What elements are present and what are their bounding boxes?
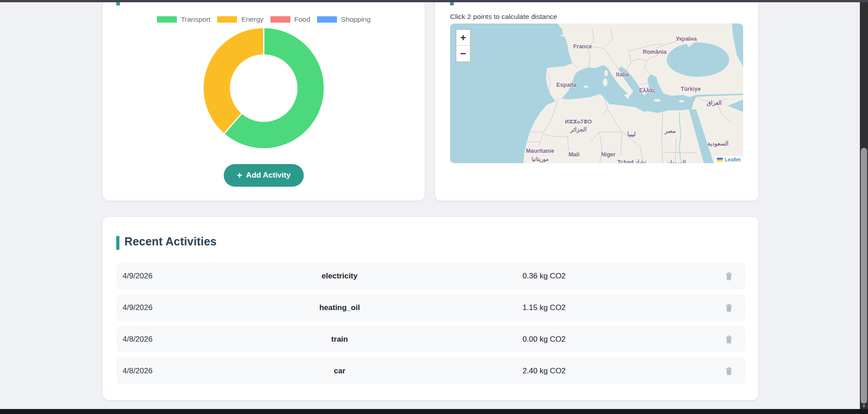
activity-co2: 0.36 kg CO2 <box>437 272 651 281</box>
legend-label: Shopping <box>341 15 371 24</box>
legend-item-transport[interactable]: Transport <box>157 15 211 24</box>
ukraine-flag-icon <box>717 158 723 162</box>
recent-activities-heading: Recent Activities <box>124 235 217 248</box>
legend-item-energy[interactable]: Energy <box>217 15 263 24</box>
activity-date: 4/8/2026 <box>116 367 242 376</box>
legend-swatch <box>270 16 290 23</box>
activity-name: electricity <box>242 272 437 281</box>
activity-date: 4/9/2026 <box>116 303 242 312</box>
leaflet-attribution[interactable]: Leaflet <box>715 156 743 163</box>
activity-co2: 0.00 kg CO2 <box>437 335 651 344</box>
activity-date: 4/9/2026 <box>116 272 242 281</box>
emissions-summary-card: TransportEnergyFoodShopping + Add Activi… <box>103 2 425 201</box>
recent-activities-card: Recent Activities 4/9/2026electricity0.3… <box>103 217 759 400</box>
activity-co2: 2.40 kg CO2 <box>437 367 651 376</box>
activity-row: 4/8/2026car2.40 kg CO2 <box>116 358 745 384</box>
legend-label: Transport <box>181 15 211 24</box>
delete-activity-button[interactable] <box>724 334 734 344</box>
activity-name: train <box>242 335 437 344</box>
activity-date: 4/8/2026 <box>116 335 242 344</box>
activity-row: 4/9/2026electricity0.36 kg CO2 <box>116 263 745 289</box>
legend-swatch <box>217 16 237 23</box>
scrollbar-thumb[interactable] <box>861 148 867 404</box>
add-activity-button[interactable]: + Add Activity <box>224 164 304 187</box>
map-zoom-control: + − <box>455 29 471 62</box>
leaflet-link[interactable]: Leaflet <box>725 157 740 162</box>
activity-co2: 1.15 kg CO2 <box>437 303 651 312</box>
scrollbar-track[interactable]: ▼ <box>860 2 868 409</box>
legend-item-shopping[interactable]: Shopping <box>317 15 371 24</box>
delete-activity-button[interactable] <box>724 303 734 313</box>
legend-swatch <box>157 16 177 23</box>
activity-row: 4/8/2026train0.00 kg CO2 <box>116 326 745 353</box>
delete-activity-button[interactable] <box>724 271 734 281</box>
add-activity-label: Add Activity <box>246 171 291 180</box>
legend-label: Food <box>294 15 310 24</box>
plus-icon: + <box>237 170 242 180</box>
emissions-doughnut-chart[interactable] <box>202 27 325 150</box>
trash-icon <box>725 367 733 375</box>
heading-accent-bar <box>116 236 119 250</box>
trash-icon <box>725 272 733 280</box>
delete-activity-button[interactable] <box>724 366 734 376</box>
card-title-accent-cropped <box>450 2 454 5</box>
activity-name: car <box>242 367 437 376</box>
zoom-in-button[interactable]: + <box>456 30 470 46</box>
trash-icon <box>725 335 733 343</box>
activities-list: 4/9/2026electricity0.36 kg CO24/9/2026he… <box>116 263 745 389</box>
map-tiles <box>450 24 743 163</box>
chart-legend: TransportEnergyFoodShopping <box>103 15 425 24</box>
zoom-out-button[interactable]: − <box>456 46 470 61</box>
legend-swatch <box>317 16 337 23</box>
activity-row: 4/9/2026heating_oil1.15 kg CO2 <box>116 294 745 321</box>
leaflet-map[interactable]: FranceУкраїнаRomâniaItaliaEspañaΕλλάςTür… <box>450 24 743 163</box>
window-top-bar <box>0 0 868 2</box>
trash-icon <box>725 304 733 312</box>
legend-item-food[interactable]: Food <box>270 15 310 24</box>
activity-name: heating_oil <box>242 303 437 312</box>
legend-label: Energy <box>241 15 263 24</box>
doughnut-segment-energy[interactable] <box>203 28 264 134</box>
map-instruction-text: Click 2 points to calculate distance <box>450 13 557 21</box>
card-title-accent-cropped <box>116 2 120 5</box>
window-bottom-bar <box>0 409 868 414</box>
distance-map-card: Click 2 points to calculate distance <box>435 2 759 201</box>
scroll-down-arrow[interactable]: ▼ <box>860 404 868 409</box>
